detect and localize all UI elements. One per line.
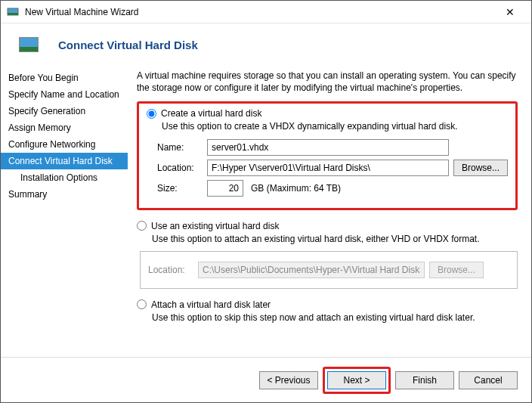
- sidebar-item-install[interactable]: Installation Options: [1, 169, 128, 186]
- header: Connect Virtual Hard Disk: [1, 23, 531, 66]
- sidebar: Before You Begin Specify Name and Locati…: [1, 66, 128, 343]
- radio-existing[interactable]: Use an existing virtual hard disk: [137, 221, 518, 231]
- browse-button[interactable]: Browse...: [453, 160, 508, 176]
- body: Before You Begin Specify Name and Locati…: [1, 66, 531, 343]
- window-title: New Virtual Machine Wizard: [25, 7, 495, 17]
- previous-button[interactable]: < Previous: [259, 371, 318, 389]
- next-highlight: Next >: [323, 367, 391, 394]
- radio-create-input[interactable]: [147, 109, 156, 119]
- size-input[interactable]: [207, 180, 243, 197]
- location-input[interactable]: [207, 160, 449, 176]
- radio-existing-label: Use an existing virtual hard disk: [151, 221, 279, 231]
- svg-rect-1: [8, 13, 18, 15]
- name-input[interactable]: [207, 139, 449, 156]
- wizard-icon: [19, 37, 39, 52]
- existing-location-input: [198, 262, 425, 278]
- create-desc: Use this option to create a VHDX dynamic…: [162, 120, 508, 132]
- radio-create-label: Create a virtual hard disk: [161, 108, 261, 119]
- create-disk-section: Create a virtual hard disk Use this opti…: [137, 101, 518, 209]
- sidebar-item-disk[interactable]: Connect Virtual Hard Disk: [1, 153, 128, 169]
- app-icon: [7, 6, 19, 18]
- size-unit: GB (Maximum: 64 TB): [251, 183, 341, 194]
- attach-later-section: Attach a virtual hard disk later Use thi…: [137, 299, 518, 324]
- later-desc: Use this option to skip this step now an…: [152, 312, 518, 324]
- radio-later-input[interactable]: [137, 299, 147, 309]
- radio-later[interactable]: Attach a virtual hard disk later: [137, 299, 518, 310]
- next-button[interactable]: Next >: [327, 371, 386, 389]
- existing-browse-button: Browse...: [429, 262, 484, 278]
- sidebar-item-before[interactable]: Before You Begin: [1, 70, 128, 86]
- size-label: Size:: [157, 183, 203, 194]
- name-label: Name:: [157, 142, 203, 153]
- wizard-window: New Virtual Machine Wizard ✕ Connect Vir…: [0, 0, 532, 403]
- radio-later-label: Attach a virtual hard disk later: [151, 299, 271, 310]
- radio-create[interactable]: Create a virtual hard disk: [147, 108, 508, 119]
- existing-location-label: Location:: [148, 265, 193, 275]
- existing-box: Location: Browse...: [140, 251, 518, 289]
- sidebar-item-memory[interactable]: Assign Memory: [1, 119, 128, 136]
- use-existing-section: Use an existing virtual hard disk Use th…: [137, 221, 518, 289]
- content: A virtual machine requires storage so th…: [128, 66, 531, 343]
- close-button[interactable]: ✕: [495, 2, 525, 23]
- sidebar-item-summary[interactable]: Summary: [1, 186, 128, 203]
- sidebar-item-name[interactable]: Specify Name and Location: [1, 86, 128, 103]
- page-title: Connect Virtual Hard Disk: [58, 39, 198, 51]
- existing-desc: Use this option to attach an existing vi…: [152, 233, 518, 245]
- finish-button[interactable]: Finish: [395, 371, 454, 389]
- sidebar-item-networking[interactable]: Configure Networking: [1, 136, 128, 153]
- cancel-button[interactable]: Cancel: [459, 371, 518, 389]
- titlebar: New Virtual Machine Wizard ✕: [1, 1, 531, 23]
- location-label: Location:: [157, 163, 203, 173]
- intro-text: A virtual machine requires storage so th…: [137, 70, 518, 94]
- footer: < Previous Next > Finish Cancel: [1, 357, 531, 402]
- sidebar-item-generation[interactable]: Specify Generation: [1, 103, 128, 119]
- radio-existing-input[interactable]: [137, 221, 147, 231]
